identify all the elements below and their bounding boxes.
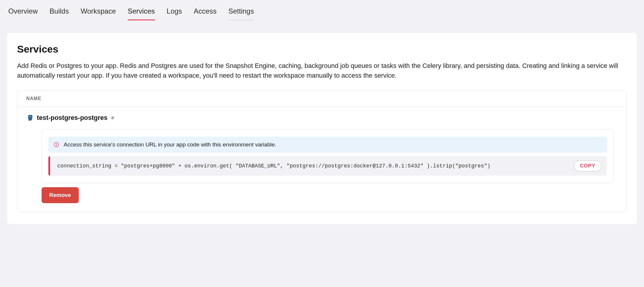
table-row: test-postgres-postgres Access this servi… xyxy=(17,107,627,212)
tab-services[interactable]: Services xyxy=(128,7,155,20)
info-text: Access this service's connection URL in … xyxy=(64,141,276,148)
tab-settings[interactable]: Settings xyxy=(228,7,254,20)
svg-rect-4 xyxy=(56,144,57,146)
table-header-name: NAME xyxy=(17,91,627,107)
info-banner: Access this service's connection URL in … xyxy=(48,137,607,153)
svg-point-3 xyxy=(56,144,57,144)
page-description: Add Redis or Postgres to your app. Redis… xyxy=(17,61,627,80)
service-detail-box: Access this service's connection URL in … xyxy=(42,129,614,183)
tab-workspace[interactable]: Workspace xyxy=(80,7,116,20)
tab-builds[interactable]: Builds xyxy=(50,7,69,20)
tab-logs[interactable]: Logs xyxy=(167,7,182,20)
status-indicator xyxy=(111,116,114,119)
services-table: NAME test-postgres-postgres xyxy=(17,90,627,212)
page-title: Services xyxy=(17,43,627,55)
remove-button[interactable]: Remove xyxy=(42,187,79,203)
connection-string-block: connection_string = "postgres+pg8000" + … xyxy=(48,156,607,176)
tab-access[interactable]: Access xyxy=(194,7,216,20)
connection-string: connection_string = "postgres+pg8000" + … xyxy=(57,163,490,169)
service-header[interactable]: test-postgres-postgres xyxy=(26,114,618,122)
services-panel: Services Add Redis or Postgres to your a… xyxy=(7,33,637,224)
postgres-icon xyxy=(26,114,33,121)
info-icon xyxy=(54,142,59,147)
svg-point-0 xyxy=(29,116,29,117)
copy-button[interactable]: COPY xyxy=(574,160,602,172)
tab-bar: Overview Builds Workspace Services Logs … xyxy=(0,0,644,20)
service-name: test-postgres-postgres xyxy=(37,114,108,122)
svg-point-1 xyxy=(30,116,31,117)
tab-overview[interactable]: Overview xyxy=(8,7,38,20)
